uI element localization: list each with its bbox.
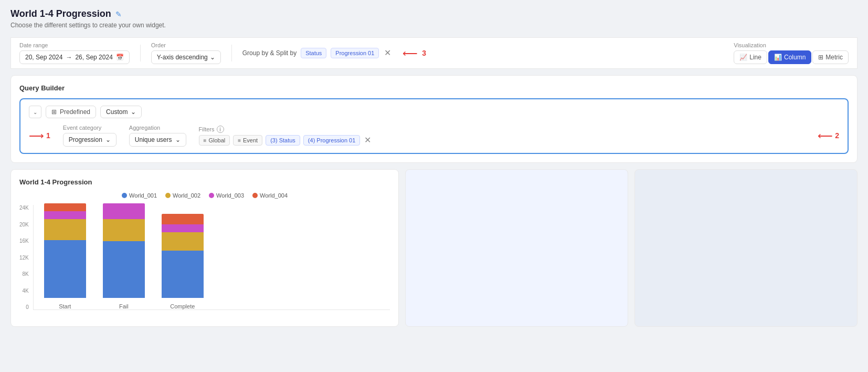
predefined-icon: ⊞ [51,108,57,116]
legend-dot [165,193,171,198]
calendar-icon: 📅 [116,54,124,61]
date-to: 26, Sep 2024 [75,54,112,61]
arrow-1-group: ⟶ 1 [29,129,50,142]
divider-2 [231,45,232,61]
custom-chevron-icon: ⌄ [131,108,136,116]
column-chart-icon: 📊 [774,54,782,61]
date-arrow-icon: → [66,54,72,61]
legend-label: World_004 [260,192,288,199]
bar-segment [162,251,204,298]
legend-item: World_003 [209,192,244,199]
event-category-group: Event category Progression ⌄ [63,125,117,147]
viz-label: Visualization [734,42,849,48]
custom-label: Custom [106,108,128,116]
red-arrow-1: ⟶ [29,129,44,142]
divider-1 [140,45,141,61]
bar-segment [162,232,204,251]
bar-segment [103,241,145,298]
empty-panel-1 [405,169,628,327]
event-category-value: Progression [69,136,102,143]
bar-group: Fail [103,203,145,309]
filters-info-icon[interactable]: i [217,126,224,133]
event-category-chevron-icon: ⌄ [105,136,111,143]
bar-segment [162,214,204,224]
filter-event-tag[interactable]: ≡ Event [233,135,262,146]
bar-label: Fail [119,303,129,309]
bar-segment [44,240,86,298]
predefined-button[interactable]: ⊞ Predefined [46,106,96,118]
bar-segment [162,224,204,232]
qb-title: Query Builder [19,84,849,92]
bars-area: StartFailComplete [33,205,390,310]
bar-label: Complete [170,303,195,309]
group-split-section: Group by & Split by Status Progression 0… [242,48,393,58]
chart-title: World 1-4 Progression [19,178,390,186]
filter-event-icon: ≡ [238,138,241,143]
chart-panel: World 1-4 Progression World_001 World_00… [10,169,399,327]
qb-top-controls: ⌄ ⊞ Predefined Custom ⌄ [29,106,839,118]
aggregation-chevron-icon: ⌄ [175,136,181,143]
arrow-number-1: 1 [46,131,50,140]
legend-item: World_001 [122,192,157,199]
order-value: Y-axis descending [157,54,208,61]
bottom-section: World 1-4 Progression World_001 World_00… [10,169,858,327]
page-title: World 1-4 Progression [10,8,111,19]
y-axis-label: 16K [19,238,29,244]
group-split-close-button[interactable]: ✕ [383,49,392,57]
metric-icon: ⊞ [818,54,823,61]
aggregation-select[interactable]: Unique users ⌄ [129,133,186,147]
viz-metric-label: Metric [825,54,843,61]
y-axis: 24K20K16K12K8K4K0 [19,205,33,310]
chevron-down-icon: ⌄ [210,54,215,61]
bar-group: Start [44,203,86,309]
y-axis-label: 20K [19,222,29,228]
filter-global-icon: ≡ [204,138,207,143]
arrow-3-indicator: ⟵ 3 [403,47,426,59]
predefined-label: Predefined [60,108,90,116]
order-label: Order [151,42,221,48]
filters-controls: ≡ Global ≡ Event (3) Status (4) Progress… [199,135,806,146]
viz-metric-button[interactable]: ⊞ Metric [812,50,849,64]
custom-button[interactable]: Custom ⌄ [100,106,142,118]
filter-status-tag[interactable]: (3) Status [266,135,300,146]
bar-segment [103,219,145,241]
y-axis-label: 24K [19,205,29,211]
legend-label: World_001 [129,192,157,199]
aggregation-group: Aggregation Unique users ⌄ [129,125,186,147]
filter-progression-tag[interactable]: (4) Progression 01 [303,135,361,146]
legend-item: World_002 [165,192,200,199]
group-split-label: Group by & Split by [242,49,297,57]
arrow-2-group: ⟵ 2 [818,129,839,142]
viz-column-button[interactable]: 📊 Column [768,50,811,64]
qb-collapse-button[interactable]: ⌄ [29,106,41,118]
legend-label: World_002 [173,192,200,199]
filters-group: Filters i ≡ Global ≡ Event (3) [199,126,806,146]
legend-dot [209,193,214,198]
event-category-label: Event category [63,125,117,131]
event-category-select[interactable]: Progression ⌄ [63,133,117,147]
date-range-section: Date range 20, Sep 2024 → 26, Sep 2024 📅 [19,42,130,64]
status-tag[interactable]: Status [301,48,326,58]
visualization-section: Visualization 📈 Line 📊 Column ⊞ Metric [734,42,849,64]
toolbar: Date range 20, Sep 2024 → 26, Sep 2024 📅… [10,37,858,69]
edit-icon[interactable]: ✎ [115,10,122,18]
filter-global-tag[interactable]: ≡ Global [199,135,230,146]
bar-segment [44,203,86,211]
date-range-picker[interactable]: 20, Sep 2024 → 26, Sep 2024 📅 [19,50,130,64]
arrow-number-3: 3 [422,49,426,57]
filters-clear-button[interactable]: ✕ [363,136,372,144]
legend-label: World_003 [216,192,244,199]
bar-label: Start [59,303,71,309]
qb-fields: ⟶ 1 Event category Progression ⌄ Aggrega… [29,125,839,147]
filter-progression-label: (4) Progression 01 [308,137,356,143]
y-axis-label: 8K [23,271,29,277]
aggregation-value: Unique users [135,136,172,143]
order-select[interactable]: Y-axis descending ⌄ [151,50,221,64]
viz-buttons: 📈 Line 📊 Column ⊞ Metric [734,50,849,64]
bar-segment [103,203,145,219]
bar-segment [44,219,86,240]
progression-tag[interactable]: Progression 01 [331,48,379,58]
viz-line-button[interactable]: 📈 Line [734,50,767,64]
page-subtitle: Choose the different settings to create … [10,22,858,29]
red-arrow-2: ⟵ [818,129,833,142]
